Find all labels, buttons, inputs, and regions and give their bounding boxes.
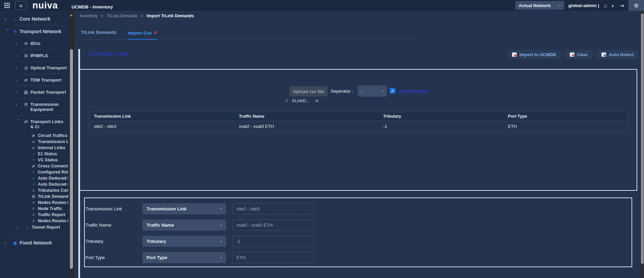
- sidebar-item-label: Transport Network: [20, 29, 66, 34]
- ring-icon: ○: [29, 182, 38, 187]
- sidebar-item-label: VC Status: [38, 158, 68, 162]
- sidebar-item-auto-deduced-ring[interactable]: ○Auto Deduced Ring: [22, 175, 69, 181]
- sidebar-item-trlink-demands[interactable]: ⊞TrLink Demands: [22, 193, 69, 200]
- chevron-spacer: [23, 184, 29, 185]
- separator-select-value: ;: [361, 89, 362, 94]
- sidebar-item-tdm-transport[interactable]: ›⇄TDM Transport: [14, 74, 69, 86]
- sidebar-item-label: Tunnel Report: [32, 225, 68, 230]
- form-label-traffic-name: Traffic Name: [85, 223, 143, 228]
- csv-import-to-ace-link[interactable]: CSV Import To ACE: [89, 51, 129, 56]
- chevron-right-icon[interactable]: ›: [16, 77, 22, 83]
- value-input-traffic-name[interactable]: [232, 219, 314, 231]
- sidebar-item-label: Core Network: [20, 16, 66, 22]
- column-select-tributary[interactable]: Tributary›: [143, 236, 226, 247]
- sidebar-item-label: TDM Transport: [30, 77, 68, 83]
- window-scrollbar-thumb[interactable]: [641, 14, 644, 264]
- sidebar-item-ip-mpls[interactable]: ›⊞IP/MPLS: [14, 50, 69, 62]
- sidebar-item-auto-deduced-conf[interactable]: ○Auto Deduced Conf: [22, 181, 69, 187]
- sidebar-scrollbar[interactable]: [69, 11, 74, 278]
- gears-icon: ⚙: [22, 102, 30, 107]
- chevron-right-icon[interactable]: ›: [5, 16, 11, 21]
- value-input-tributary[interactable]: [232, 236, 314, 247]
- sidebar-item-traffic-report[interactable]: ≡Traffic Report: [22, 212, 69, 218]
- chevron-right-icon[interactable]: ›: [16, 41, 22, 46]
- sidebar-item-label: Circuit Traffics (Circ: [38, 133, 68, 138]
- chevron-right-icon[interactable]: ›: [16, 65, 22, 70]
- sidebar-item-label: Nodes Routes Repo: [38, 218, 68, 223]
- sidebar-item-cross-connections[interactable]: ⇄Cross Connections: [22, 163, 69, 169]
- network-select[interactable]: Actual Network ›: [515, 1, 564, 10]
- column-select-transmission-link[interactable]: Transmission Link›: [143, 203, 226, 214]
- include-header-checkbox[interactable]: ✓: [390, 88, 395, 94]
- sidebar-item-label: Optical Transport: [30, 65, 68, 70]
- column-select-port-type[interactable]: Port Type›: [143, 252, 226, 263]
- logout-icon[interactable]: ⇥: [619, 3, 624, 8]
- breadcrumb-item-trlink-demands[interactable]: TrLink Demands: [107, 14, 137, 18]
- chevron-down-icon[interactable]: ›: [16, 119, 21, 125]
- sidebar-item-transport-links-ci[interactable]: ›⇄Transport Links & Ci: [14, 116, 69, 133]
- chevron-right-icon[interactable]: ›: [5, 240, 11, 245]
- sidebar-item-circuit-traffics-circ[interactable]: ⇄Circuit Traffics (Circ: [22, 133, 69, 139]
- hamburger-menu-button[interactable]: ≡: [15, 1, 27, 10]
- breadcrumb-separator: >: [141, 14, 143, 18]
- sidebar-item-vc-status[interactable]: ◔VC Status: [22, 157, 69, 163]
- sidebar-item-nodes-routes-repo[interactable]: ≡Nodes Routes Repo: [22, 200, 69, 206]
- sidebar-item-tributaries-configu[interactable]: ≡Tributaries Configu: [22, 187, 69, 193]
- chevron-down-icon[interactable]: ›: [5, 29, 10, 35]
- sidebar-item-tunnel-report[interactable]: ›∴Tunnel Report: [16, 224, 69, 230]
- scroll-up-arrow-icon[interactable]: [70, 14, 73, 16]
- remove-file-icon[interactable]: ×: [315, 98, 318, 103]
- import-to-ucmdb-button[interactable]: Import to UCMDB: [507, 50, 561, 59]
- top-header-bar: ≡ nuiva UCMDB - Inventory Actual Network…: [0, 0, 644, 11]
- sidebar-item-internal-links[interactable]: ∞Internal Links: [22, 145, 69, 151]
- sidebar-item-label: IDUs: [30, 41, 68, 46]
- chevron-down-icon: ›: [218, 257, 224, 258]
- content-scrollbar[interactable]: [78, 49, 80, 278]
- chevron-right-icon[interactable]: ›: [16, 53, 22, 58]
- close-tab-icon[interactable]: ×: [154, 30, 157, 36]
- value-input-port-type[interactable]: [232, 252, 314, 263]
- chevron-right-icon[interactable]: ›: [16, 90, 22, 95]
- sidebar-item-transmission-links[interactable]: ∞Transmission Links: [22, 139, 69, 145]
- breadcrumb-item-inventory[interactable]: Inventory: [80, 14, 97, 18]
- sidebar-item-packet-transport[interactable]: ›▤Packet Transport: [14, 86, 69, 98]
- upload-csv-button[interactable]: Upload csv file: [289, 86, 328, 96]
- column-header-traffic-name: Traffic Name: [235, 112, 379, 121]
- sidebar-item-nodes-routes-repo[interactable]: ≡Nodes Routes Repo: [22, 218, 69, 224]
- server-icon: ▤: [22, 90, 30, 95]
- sidebar-item-transmission-equipment[interactable]: ›⚙Transmission Equipment: [14, 98, 69, 115]
- tab-bar: TrLink DemandsImport Csv×: [81, 30, 157, 40]
- app-launcher-icon[interactable]: [4, 3, 10, 8]
- wifi-icon: ≋: [22, 41, 30, 46]
- tab-import-csv[interactable]: Import Csv×: [128, 30, 157, 40]
- settings-button[interactable]: ⚙: [628, 0, 644, 11]
- theme-contrast-icon[interactable]: ◐: [612, 3, 615, 8]
- sidebar-item-node-traffic[interactable]: ≡Node Traffic: [22, 206, 69, 212]
- table-cell: -1: [379, 121, 504, 132]
- sidebar-item-label: Auto Deduced Ring: [38, 176, 68, 181]
- tab-trlink-demands[interactable]: TrLink Demands: [81, 30, 117, 40]
- home-icon[interactable]: ⌂: [604, 3, 607, 8]
- sidebar-item-fixed-network[interactable]: ›◆Fixed Network: [0, 237, 69, 249]
- sidebar-item-optical-transport[interactable]: ›◎Optical Transport: [14, 62, 69, 74]
- value-input-transmission-link[interactable]: [232, 203, 314, 214]
- window-scrollbar[interactable]: [641, 11, 644, 278]
- chevron-spacer: [23, 166, 29, 166]
- sidebar-item-configured-ring[interactable]: ○Configured Ring: [22, 169, 69, 175]
- sidebar-item-transport-network[interactable]: ›∿Transport Network: [0, 25, 69, 38]
- chevron-down-icon: ›: [380, 90, 385, 92]
- separator-select[interactable]: ; ›: [358, 86, 387, 97]
- sidebar-item-e1-status[interactable]: ◔E1 Status: [22, 151, 69, 157]
- column-select-traffic-name[interactable]: Traffic Name›: [143, 219, 226, 231]
- sidebar-item-core-network[interactable]: ›∴Core Network: [0, 13, 69, 25]
- auto-detect-button[interactable]: Auto Detect: [597, 50, 638, 59]
- brand-logo: nuiva: [32, 1, 58, 10]
- table-cell: ETH: [504, 121, 627, 132]
- clear-button[interactable]: Clear: [565, 50, 593, 59]
- chevron-right-icon[interactable]: ›: [16, 102, 22, 107]
- sidebar-item-label: IP/MPLS: [30, 53, 68, 58]
- chevron-right-icon[interactable]: ›: [17, 225, 23, 230]
- sidebar-scrollbar-thumb[interactable]: [70, 49, 73, 269]
- sidebar-item-idus[interactable]: ›≋IDUs: [14, 38, 69, 49]
- select-value: Traffic Name: [147, 223, 174, 228]
